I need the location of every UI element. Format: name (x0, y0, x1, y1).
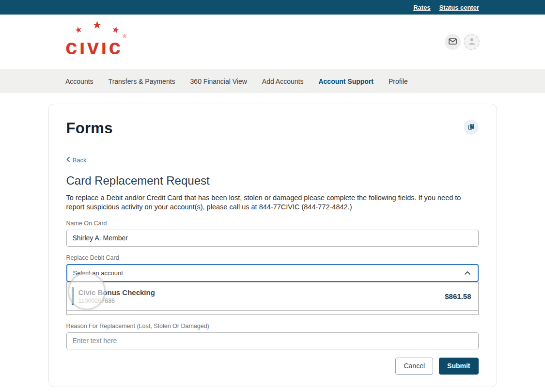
account-number: 11000267686 (78, 298, 155, 304)
form-description: To replace a Debit and/or Credit Card th… (66, 193, 479, 212)
select-placeholder: Select an account (73, 269, 123, 277)
replace-debit-card-select[interactable]: Select an account (66, 264, 479, 282)
rates-link[interactable]: Rates (413, 4, 430, 11)
status-center-link[interactable]: Status center (439, 4, 479, 11)
nav-item-360-financial-view[interactable]: 360 Financial View (190, 78, 247, 85)
back-label: Back (73, 157, 87, 164)
account-dropdown-panel: Civic Bonus Checking 11000267686 $861.58 (66, 282, 479, 315)
name-on-card-label: Name On Card (66, 220, 479, 227)
logo-star-icon: ★ (111, 25, 122, 34)
chevron-left-icon (66, 157, 70, 164)
page-title: Forms (66, 120, 113, 137)
account-color-bar (72, 287, 74, 305)
back-link[interactable]: Back (66, 157, 87, 164)
forms-card: Forms Back Card Replacement Request To r… (48, 104, 497, 387)
name-on-card-input[interactable] (66, 230, 479, 247)
logo-wordmark: cıvıc (65, 35, 123, 59)
chevron-up-icon (464, 268, 471, 277)
primary-nav: Accounts Transfers & Payments 360 Financ… (0, 69, 545, 93)
nav-item-transfers-payments[interactable]: Transfers & Payments (109, 78, 175, 85)
site-header: ★ ★ ★ cıvıc ® (0, 15, 545, 69)
nav-item-accounts[interactable]: Accounts (65, 78, 93, 85)
reason-label: Reason For Replacement (Lost, Stolen Or … (66, 323, 479, 329)
registered-mark: ® (123, 34, 128, 39)
account-name: Civic Bonus Checking (78, 288, 155, 297)
form-title: Card Replacement Request (66, 174, 479, 188)
forms-copy-button[interactable] (464, 120, 479, 135)
submit-button[interactable]: Submit (439, 358, 478, 375)
dropdown-footer-strip (67, 310, 478, 314)
nav-item-profile[interactable]: Profile (389, 78, 408, 85)
account-option-civic-bonus-checking[interactable]: Civic Bonus Checking 11000267686 $861.58 (67, 282, 478, 310)
account-balance: $861.58 (445, 292, 471, 300)
replace-debit-card-label: Replace Debit Card (66, 254, 479, 261)
mail-icon (449, 38, 457, 47)
civic-logo[interactable]: ★ ★ ★ cıvıc ® (65, 27, 123, 58)
profile-avatar-button[interactable] (464, 34, 480, 50)
documents-icon (467, 123, 475, 132)
messages-button[interactable] (445, 34, 461, 50)
reason-input[interactable] (66, 332, 479, 349)
utility-topbar: Rates Status center (0, 0, 545, 15)
cancel-button[interactable]: Cancel (395, 358, 433, 375)
nav-item-account-support[interactable]: Account Support (318, 78, 374, 85)
nav-item-add-accounts[interactable]: Add Accounts (262, 78, 304, 85)
person-icon (468, 37, 476, 47)
logo-star-icon: ★ (74, 24, 84, 34)
logo-star-icon: ★ (93, 20, 103, 30)
